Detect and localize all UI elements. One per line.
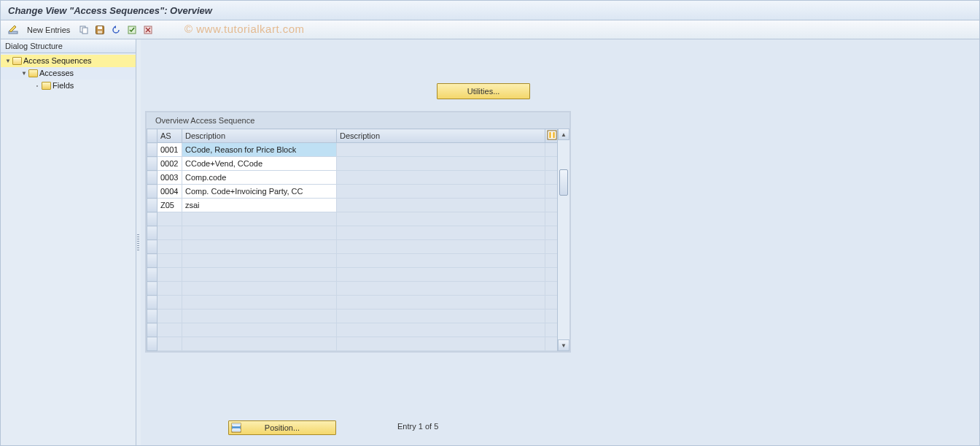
row-selector[interactable]	[147, 157, 158, 171]
cell-as[interactable]: Z05	[158, 199, 182, 212]
sidebar-header: Dialog Structure	[1, 39, 136, 53]
cell-description-2[interactable]	[337, 309, 545, 323]
undo-icon[interactable]	[109, 23, 122, 36]
cell-description-2[interactable]	[337, 199, 545, 212]
row-selector[interactable]	[147, 199, 158, 212]
cell-description-2[interactable]	[337, 296, 545, 309]
cell-description[interactable]	[182, 282, 337, 296]
scroll-track[interactable]	[558, 140, 569, 339]
table-row-empty[interactable]	[147, 323, 559, 337]
cell-description-2[interactable]	[337, 282, 545, 296]
table-row-empty[interactable]	[147, 254, 559, 268]
cell-as[interactable]	[158, 337, 182, 351]
cell-description[interactable]	[182, 254, 337, 268]
cell-as[interactable]	[158, 254, 182, 268]
page-title: Change View "Access Sequences": Overview	[1, 1, 979, 20]
select-all-icon[interactable]	[125, 23, 139, 36]
cell-description-2[interactable]	[337, 226, 545, 240]
row-selector[interactable]	[147, 254, 158, 268]
table-row[interactable]: 0004Comp. Code+Invoicing Party, CC	[147, 185, 559, 199]
cell-description[interactable]	[182, 309, 337, 323]
display-change-icon[interactable]	[7, 23, 20, 36]
cell-description[interactable]	[182, 240, 337, 254]
cell-description-2[interactable]	[337, 323, 545, 337]
row-selector[interactable]	[147, 337, 158, 351]
cell-description[interactable]	[182, 296, 337, 309]
scroll-up-icon[interactable]: ▲	[558, 128, 569, 140]
row-selector[interactable]	[147, 226, 158, 240]
cell-description[interactable]	[182, 323, 337, 337]
cell-description-2[interactable]	[337, 240, 545, 254]
tree-item-access-sequences[interactable]: ▼ Access Sequences	[1, 55, 136, 67]
table-row-empty[interactable]	[147, 226, 559, 240]
scroll-thumb[interactable]	[559, 169, 568, 196]
row-selector[interactable]	[147, 309, 158, 323]
cell-as[interactable]: 0004	[158, 185, 182, 199]
scroll-down-icon[interactable]: ▼	[558, 339, 569, 351]
row-selector[interactable]	[147, 240, 158, 254]
cell-as[interactable]: 0001	[158, 143, 182, 157]
row-selector[interactable]	[147, 323, 158, 337]
row-selector[interactable]	[147, 143, 158, 157]
cell-description-2[interactable]	[337, 254, 545, 268]
table-row-empty[interactable]	[147, 296, 559, 309]
cell-as[interactable]	[158, 296, 182, 309]
table-row[interactable]: 0003Comp.code	[147, 171, 559, 185]
cell-as[interactable]	[158, 212, 182, 226]
cell-description[interactable]	[182, 226, 337, 240]
cell-as[interactable]	[158, 268, 182, 282]
col-description-2[interactable]: Description	[337, 129, 545, 143]
cell-as[interactable]	[158, 240, 182, 254]
cell-as[interactable]	[158, 282, 182, 296]
cell-description[interactable]	[182, 212, 337, 226]
utilities-button[interactable]: Utilities...	[437, 83, 530, 99]
position-button[interactable]: Position...	[228, 420, 336, 435]
cell-description[interactable]	[182, 268, 337, 282]
table-row-empty[interactable]	[147, 240, 559, 254]
table-row-empty[interactable]	[147, 268, 559, 282]
folder-icon	[42, 82, 51, 90]
cell-as[interactable]	[158, 323, 182, 337]
row-selector[interactable]	[147, 185, 158, 199]
cell-as[interactable]: 0002	[158, 157, 182, 171]
svg-rect-12	[553, 132, 555, 138]
tree-item-fields[interactable]: ● Fields	[1, 80, 136, 92]
table-row-empty[interactable]	[147, 212, 559, 226]
table-row[interactable]: 0001CCode, Reason for Price Block	[147, 143, 559, 157]
row-selector[interactable]	[147, 212, 158, 226]
save-icon[interactable]	[93, 23, 106, 36]
cell-description-2[interactable]	[337, 157, 545, 171]
col-description-1[interactable]: Description	[182, 129, 337, 143]
table-row-empty[interactable]	[147, 309, 559, 323]
cell-as[interactable]: 0003	[158, 171, 182, 185]
row-selector[interactable]	[147, 282, 158, 296]
cell-description-2[interactable]	[337, 212, 545, 226]
cell-description-2[interactable]	[337, 185, 545, 199]
cell-description-2[interactable]	[337, 143, 545, 157]
cell-description[interactable]: Comp. Code+Invoicing Party, CC	[182, 185, 337, 199]
tree-item-accesses[interactable]: ▼ Accesses	[1, 67, 136, 80]
col-as[interactable]: AS	[158, 129, 182, 143]
cell-description-2[interactable]	[337, 268, 545, 282]
deselect-all-icon[interactable]	[141, 23, 155, 36]
table-row[interactable]: Z05zsai	[147, 199, 559, 212]
cell-description[interactable]: CCode+Vend, CCode	[182, 157, 337, 171]
cell-description-2[interactable]	[337, 171, 545, 185]
table-row[interactable]: 0002CCode+Vend, CCode	[147, 157, 559, 171]
new-entries-button[interactable]: New Entries	[23, 23, 74, 36]
row-selector[interactable]	[147, 171, 158, 185]
row-selector[interactable]	[147, 268, 158, 282]
cell-as[interactable]	[158, 309, 182, 323]
cell-description[interactable]: Comp.code	[182, 171, 337, 185]
row-selector-header[interactable]	[147, 129, 158, 143]
cell-description[interactable]: CCode, Reason for Price Block	[182, 143, 337, 157]
row-selector[interactable]	[147, 296, 158, 309]
copy-icon[interactable]	[77, 23, 90, 36]
vertical-scrollbar[interactable]: ▲ ▼	[557, 128, 569, 351]
table-row-empty[interactable]	[147, 337, 559, 351]
cell-description-2[interactable]	[337, 337, 545, 351]
cell-as[interactable]	[158, 226, 182, 240]
cell-description[interactable]: zsai	[182, 199, 337, 212]
table-row-empty[interactable]	[147, 282, 559, 296]
cell-description[interactable]	[182, 337, 337, 351]
